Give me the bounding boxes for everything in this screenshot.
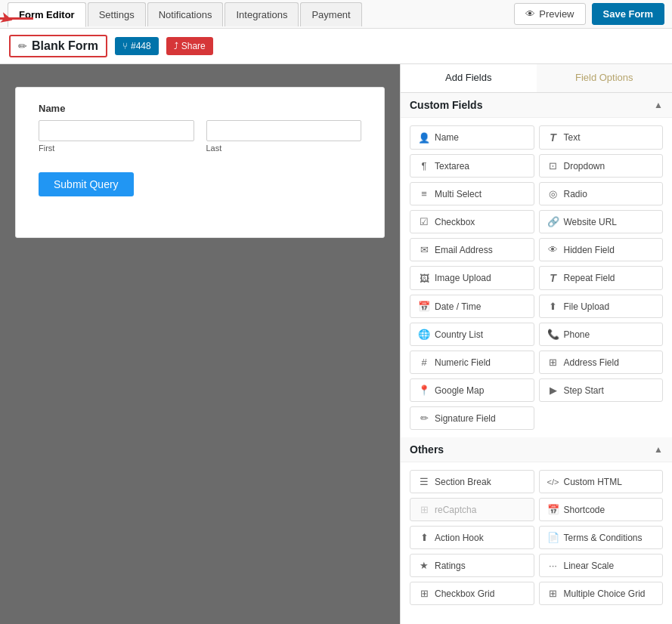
field-btn-shortcode[interactable]: 📅 Shortcode <box>539 498 664 521</box>
field-btn-actionhook-label: Action Hook <box>435 533 484 543</box>
field-btn-address-label: Address Field <box>564 357 619 368</box>
checkbox-field-icon: ☑ <box>418 216 430 227</box>
share-icon: ⤴ <box>174 41 178 51</box>
field-btn-radio-label: Radio <box>564 189 587 199</box>
field-btn-country-label: Country List <box>435 329 483 340</box>
field-btn-file-upload[interactable]: ⬆ File Upload <box>539 295 664 318</box>
counter-button[interactable]: ⑂ #448 <box>115 37 159 55</box>
tab-settings[interactable]: Settings <box>88 2 146 26</box>
field-btn-date-time[interactable]: 📅 Date / Time <box>410 295 534 318</box>
datetime-field-icon: 📅 <box>418 301 430 312</box>
checkboxgrid-icon: ⊞ <box>418 588 430 599</box>
form-canvas: Name First Last Submit Query <box>15 87 385 238</box>
field-btn-numeric[interactable]: # Numeric Field <box>410 351 534 374</box>
custom-fields-header[interactable]: Custom Fields ▲ <box>401 93 672 118</box>
dropdown-field-icon: ⊡ <box>547 160 559 171</box>
field-btn-ratings[interactable]: ★ Ratings <box>410 554 534 577</box>
field-btn-signature[interactable]: ✏ Signature Field <box>410 406 534 430</box>
multichoicegrid-icon: ⊞ <box>547 588 559 599</box>
submit-button[interactable]: Submit Query <box>39 172 134 196</box>
last-sublabel: Last <box>206 144 362 153</box>
field-btn-recaptcha: ⊞ reCaptcha <box>410 498 534 521</box>
field-btn-email[interactable]: ✉ Email Address <box>410 238 534 261</box>
signature-field-icon: ✏ <box>418 412 430 424</box>
ratings-icon: ★ <box>418 560 430 571</box>
tab-form-editor[interactable]: Form Editor <box>8 2 86 27</box>
field-btn-address[interactable]: ⊞ Address Field <box>539 351 664 374</box>
field-btn-section-break[interactable]: ☰ Section Break <box>410 470 534 493</box>
field-btn-phone[interactable]: 📞 Phone <box>539 323 664 346</box>
field-btn-terms[interactable]: 📄 Terms & Conditions <box>539 526 664 549</box>
field-btn-name[interactable]: 👤 Name <box>410 125 534 150</box>
field-btn-repeat[interactable]: T Repeat Field <box>539 266 664 290</box>
first-name-input[interactable] <box>39 120 194 141</box>
textarea-field-icon: ¶ <box>418 160 430 171</box>
custom-fields-grid: 👤 Name T Text ¶ Textarea ⊡ Dropdown ≡ Mu… <box>401 118 672 437</box>
fork-icon: ⑂ <box>122 41 128 51</box>
field-btn-linear-scale[interactable]: ··· Linear Scale <box>539 554 664 577</box>
field-btn-country[interactable]: 🌐 Country List <box>410 323 534 346</box>
field-btn-image-upload[interactable]: 🖼 Image Upload <box>410 266 534 290</box>
field-btn-signature-label: Signature Field <box>435 413 496 424</box>
field-btn-numeric-label: Numeric Field <box>435 357 491 368</box>
form-title[interactable]: Blank Form <box>32 39 98 53</box>
first-sublabel: First <box>39 144 194 153</box>
main-layout: Name First Last Submit Query Add Fields … <box>0 64 672 624</box>
field-btn-multichoice-grid[interactable]: ⊞ Multiple Choice Grid <box>539 582 664 605</box>
tab-payment[interactable]: Payment <box>300 2 361 26</box>
name-fields-row: First Last <box>39 120 361 153</box>
field-btn-radio[interactable]: ◎ Radio <box>539 182 664 205</box>
save-form-button[interactable]: Save Form <box>592 3 664 25</box>
tab-notifications[interactable]: Notifications <box>147 2 224 26</box>
numeric-field-icon: # <box>418 357 430 368</box>
field-btn-textarea-label: Textarea <box>435 161 469 171</box>
field-btn-action-hook[interactable]: ⬆ Action Hook <box>410 526 534 549</box>
field-btn-google-map[interactable]: 📍 Google Map <box>410 378 534 402</box>
sectionbreak-icon: ☰ <box>418 476 430 487</box>
text-field-icon: T <box>547 131 559 144</box>
field-btn-googlemap-label: Google Map <box>435 385 484 396</box>
field-btn-multi-select[interactable]: ≡ Multi Select <box>410 182 534 205</box>
form-title-wrapper: ➤ ✏ Blank Form <box>9 35 107 57</box>
field-btn-shortcode-label: Shortcode <box>564 505 605 515</box>
preview-button[interactable]: 👁 Preview <box>514 3 585 25</box>
field-btn-hidden-label: Hidden Field <box>564 245 615 255</box>
field-btn-ratings-label: Ratings <box>435 561 466 571</box>
field-btn-textarea[interactable]: ¶ Textarea <box>410 154 534 178</box>
hidden-field-icon: 👁 <box>547 244 559 255</box>
field-btn-dropdown[interactable]: ⊡ Dropdown <box>539 154 664 178</box>
field-btn-email-label: Email Address <box>435 245 493 255</box>
field-btn-text[interactable]: T Text <box>539 125 664 150</box>
edit-icon: ✏ <box>18 40 27 52</box>
others-fields-grid: ☰ Section Break </> Custom HTML ⊞ reCapt… <box>401 462 672 613</box>
last-name-input[interactable] <box>206 120 362 141</box>
field-btn-step-start[interactable]: ▶ Step Start <box>539 378 664 402</box>
customhtml-icon: </> <box>547 477 559 487</box>
tab-integrations[interactable]: Integrations <box>225 2 299 26</box>
field-btn-website-url[interactable]: 🔗 Website URL <box>539 210 664 233</box>
field-btn-checkbox-grid[interactable]: ⊞ Checkbox Grid <box>410 582 534 605</box>
recaptcha-icon: ⊞ <box>418 504 430 515</box>
field-btn-custom-html[interactable]: </> Custom HTML <box>539 470 664 493</box>
name-field-icon: 👤 <box>418 132 430 144</box>
field-btn-multiselect-label: Multi Select <box>435 189 482 199</box>
share-button[interactable]: ⤴ Share <box>166 37 213 55</box>
eye-icon: 👁 <box>525 8 535 20</box>
field-btn-multichoicegrid-label: Multiple Choice Grid <box>564 588 646 599</box>
website-field-icon: 🔗 <box>547 216 559 227</box>
field-btn-checkboxgrid-label: Checkbox Grid <box>435 588 494 599</box>
image-upload-icon: 🖼 <box>418 273 430 284</box>
field-btn-recaptcha-label: reCaptcha <box>435 505 476 515</box>
field-btn-text-label: Text <box>564 132 581 143</box>
country-field-icon: 🌐 <box>418 329 430 340</box>
tab-add-fields[interactable]: Add Fields <box>401 64 537 92</box>
others-section-header[interactable]: Others ▲ <box>401 437 672 462</box>
field-btn-datetime-label: Date / Time <box>435 301 481 312</box>
panel-tabs: Add Fields Field Options <box>401 64 672 93</box>
field-btn-checkbox-label: Checkbox <box>435 217 475 227</box>
name-field-label: Name <box>39 103 361 114</box>
first-name-group: First <box>39 120 194 153</box>
field-btn-checkbox[interactable]: ☑ Checkbox <box>410 210 534 233</box>
field-btn-hidden[interactable]: 👁 Hidden Field <box>539 238 664 261</box>
tab-field-options[interactable]: Field Options <box>537 64 673 92</box>
